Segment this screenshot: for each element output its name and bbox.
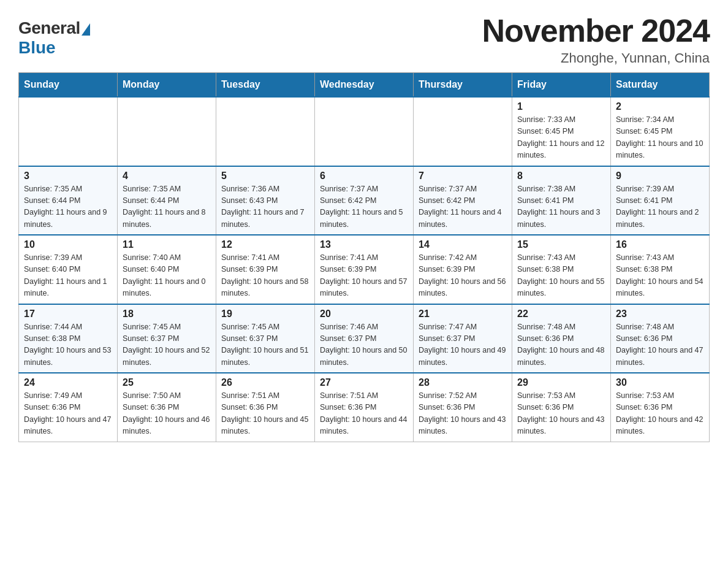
day-sun-info: Sunrise: 7:42 AM Sunset: 6:39 PM Dayligh…	[419, 252, 507, 300]
day-sun-info: Sunrise: 7:53 AM Sunset: 6:36 PM Dayligh…	[616, 390, 704, 438]
day-sun-info: Sunrise: 7:39 AM Sunset: 6:41 PM Dayligh…	[616, 183, 704, 231]
calendar-cell: 8Sunrise: 7:38 AM Sunset: 6:41 PM Daylig…	[512, 166, 611, 236]
calendar-cell: 1Sunrise: 7:33 AM Sunset: 6:45 PM Daylig…	[512, 97, 611, 166]
day-sun-info: Sunrise: 7:45 AM Sunset: 6:37 PM Dayligh…	[123, 321, 211, 369]
week-row-4: 17Sunrise: 7:44 AM Sunset: 6:38 PM Dayli…	[19, 304, 710, 373]
calendar-cell: 29Sunrise: 7:53 AM Sunset: 6:36 PM Dayli…	[512, 373, 611, 442]
day-sun-info: Sunrise: 7:50 AM Sunset: 6:36 PM Dayligh…	[123, 390, 211, 438]
day-number: 18	[123, 308, 211, 320]
day-number: 25	[123, 377, 211, 388]
day-sun-info: Sunrise: 7:37 AM Sunset: 6:42 PM Dayligh…	[419, 183, 507, 231]
week-row-5: 24Sunrise: 7:49 AM Sunset: 6:36 PM Dayli…	[19, 373, 710, 442]
calendar-cell: 27Sunrise: 7:51 AM Sunset: 6:36 PM Dayli…	[315, 373, 414, 442]
calendar-cell	[118, 97, 216, 166]
day-sun-info: Sunrise: 7:51 AM Sunset: 6:36 PM Dayligh…	[320, 390, 408, 438]
calendar-cell: 3Sunrise: 7:35 AM Sunset: 6:44 PM Daylig…	[19, 166, 118, 236]
calendar-cell: 22Sunrise: 7:48 AM Sunset: 6:36 PM Dayli…	[512, 304, 611, 373]
day-sun-info: Sunrise: 7:35 AM Sunset: 6:44 PM Dayligh…	[24, 183, 112, 231]
calendar-cell: 12Sunrise: 7:41 AM Sunset: 6:39 PM Dayli…	[216, 235, 315, 304]
day-sun-info: Sunrise: 7:33 AM Sunset: 6:45 PM Dayligh…	[517, 114, 605, 162]
day-sun-info: Sunrise: 7:37 AM Sunset: 6:42 PM Dayligh…	[320, 183, 408, 231]
day-sun-info: Sunrise: 7:40 AM Sunset: 6:40 PM Dayligh…	[123, 252, 211, 300]
calendar-cell: 15Sunrise: 7:43 AM Sunset: 6:38 PM Dayli…	[512, 235, 611, 304]
logo: General Blue	[18, 12, 90, 58]
day-number: 24	[24, 377, 112, 388]
day-number: 20	[320, 308, 408, 320]
col-header-thursday: Thursday	[414, 73, 512, 98]
col-header-tuesday: Tuesday	[216, 73, 315, 98]
day-sun-info: Sunrise: 7:48 AM Sunset: 6:36 PM Dayligh…	[517, 321, 605, 369]
day-number: 16	[616, 239, 704, 250]
calendar-cell: 18Sunrise: 7:45 AM Sunset: 6:37 PM Dayli…	[118, 304, 216, 373]
calendar-cell: 17Sunrise: 7:44 AM Sunset: 6:38 PM Dayli…	[19, 304, 118, 373]
day-number: 9	[616, 170, 704, 182]
day-sun-info: Sunrise: 7:34 AM Sunset: 6:45 PM Dayligh…	[616, 114, 704, 162]
calendar-cell	[19, 97, 118, 166]
week-row-2: 3Sunrise: 7:35 AM Sunset: 6:44 PM Daylig…	[19, 166, 710, 236]
calendar-cell: 30Sunrise: 7:53 AM Sunset: 6:36 PM Dayli…	[611, 373, 710, 442]
day-number: 29	[517, 377, 605, 388]
day-number: 6	[320, 170, 408, 182]
calendar-cell: 14Sunrise: 7:42 AM Sunset: 6:39 PM Dayli…	[414, 235, 512, 304]
calendar-table: SundayMondayTuesdayWednesdayThursdayFrid…	[18, 72, 710, 442]
calendar-header-row: SundayMondayTuesdayWednesdayThursdayFrid…	[19, 73, 710, 98]
day-sun-info: Sunrise: 7:49 AM Sunset: 6:36 PM Dayligh…	[24, 390, 112, 438]
week-row-1: 1Sunrise: 7:33 AM Sunset: 6:45 PM Daylig…	[19, 97, 710, 166]
day-number: 10	[24, 239, 112, 250]
day-sun-info: Sunrise: 7:45 AM Sunset: 6:37 PM Dayligh…	[221, 321, 309, 369]
day-number: 17	[24, 308, 112, 320]
calendar-cell: 6Sunrise: 7:37 AM Sunset: 6:42 PM Daylig…	[315, 166, 414, 236]
calendar-cell: 2Sunrise: 7:34 AM Sunset: 6:45 PM Daylig…	[611, 97, 710, 166]
day-sun-info: Sunrise: 7:41 AM Sunset: 6:39 PM Dayligh…	[221, 252, 309, 300]
day-number: 5	[221, 170, 309, 182]
day-number: 22	[517, 308, 605, 320]
day-sun-info: Sunrise: 7:43 AM Sunset: 6:38 PM Dayligh…	[517, 252, 605, 300]
day-number: 7	[419, 170, 507, 182]
day-number: 15	[517, 239, 605, 250]
calendar-cell: 24Sunrise: 7:49 AM Sunset: 6:36 PM Dayli…	[19, 373, 118, 442]
col-header-saturday: Saturday	[611, 73, 710, 98]
day-number: 14	[419, 239, 507, 250]
day-number: 11	[123, 239, 211, 250]
day-sun-info: Sunrise: 7:41 AM Sunset: 6:39 PM Dayligh…	[320, 252, 408, 300]
logo-blue-label: Blue	[18, 38, 56, 58]
day-number: 4	[123, 170, 211, 182]
day-number: 27	[320, 377, 408, 388]
calendar-cell	[216, 97, 315, 166]
calendar-cell: 16Sunrise: 7:43 AM Sunset: 6:38 PM Dayli…	[611, 235, 710, 304]
calendar-cell: 7Sunrise: 7:37 AM Sunset: 6:42 PM Daylig…	[414, 166, 512, 236]
day-number: 12	[221, 239, 309, 250]
col-header-monday: Monday	[118, 73, 216, 98]
col-header-sunday: Sunday	[19, 73, 118, 98]
calendar-cell: 20Sunrise: 7:46 AM Sunset: 6:37 PM Dayli…	[315, 304, 414, 373]
location-subtitle: Zhonghe, Yunnan, China	[482, 50, 710, 66]
day-sun-info: Sunrise: 7:52 AM Sunset: 6:36 PM Dayligh…	[419, 390, 507, 438]
day-sun-info: Sunrise: 7:44 AM Sunset: 6:38 PM Dayligh…	[24, 321, 112, 369]
day-sun-info: Sunrise: 7:48 AM Sunset: 6:36 PM Dayligh…	[616, 321, 704, 369]
logo-arrow-icon	[82, 23, 90, 36]
title-block: November 2024 Zhonghe, Yunnan, China	[482, 12, 710, 66]
calendar-cell: 21Sunrise: 7:47 AM Sunset: 6:37 PM Dayli…	[414, 304, 512, 373]
day-number: 26	[221, 377, 309, 388]
calendar-cell: 11Sunrise: 7:40 AM Sunset: 6:40 PM Dayli…	[118, 235, 216, 304]
calendar-cell: 5Sunrise: 7:36 AM Sunset: 6:43 PM Daylig…	[216, 166, 315, 236]
logo-general-label: General	[18, 18, 80, 38]
day-number: 21	[419, 308, 507, 320]
day-sun-info: Sunrise: 7:39 AM Sunset: 6:40 PM Dayligh…	[24, 252, 112, 300]
calendar-cell	[414, 97, 512, 166]
month-title: November 2024	[482, 12, 710, 49]
week-row-3: 10Sunrise: 7:39 AM Sunset: 6:40 PM Dayli…	[19, 235, 710, 304]
day-sun-info: Sunrise: 7:51 AM Sunset: 6:36 PM Dayligh…	[221, 390, 309, 438]
calendar-cell: 28Sunrise: 7:52 AM Sunset: 6:36 PM Dayli…	[414, 373, 512, 442]
day-number: 8	[517, 170, 605, 182]
col-header-friday: Friday	[512, 73, 611, 98]
day-sun-info: Sunrise: 7:47 AM Sunset: 6:37 PM Dayligh…	[419, 321, 507, 369]
day-sun-info: Sunrise: 7:53 AM Sunset: 6:36 PM Dayligh…	[517, 390, 605, 438]
calendar-cell: 23Sunrise: 7:48 AM Sunset: 6:36 PM Dayli…	[611, 304, 710, 373]
day-number: 2	[616, 101, 704, 112]
logo-general-text: General	[18, 18, 90, 38]
calendar-cell: 26Sunrise: 7:51 AM Sunset: 6:36 PM Dayli…	[216, 373, 315, 442]
day-number: 19	[221, 308, 309, 320]
day-number: 1	[517, 101, 605, 112]
day-sun-info: Sunrise: 7:36 AM Sunset: 6:43 PM Dayligh…	[221, 183, 309, 231]
